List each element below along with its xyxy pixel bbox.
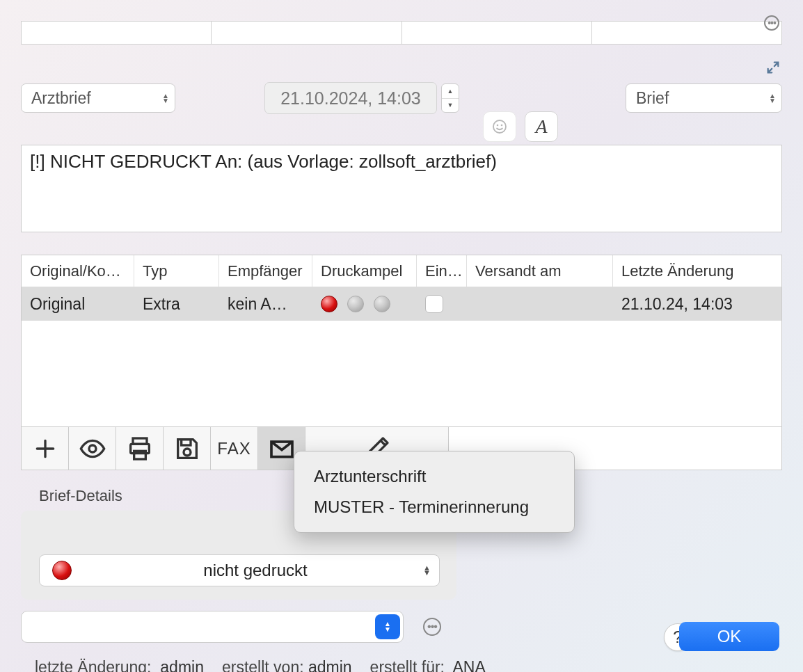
save-button[interactable]	[164, 427, 211, 470]
stepper-down-icon[interactable]: ▼	[442, 99, 459, 113]
combo-field[interactable]: ▲ ▼	[21, 611, 404, 643]
checkbox[interactable]	[425, 295, 443, 313]
emoji-button[interactable]	[483, 111, 516, 142]
print-status-dropdown[interactable]: nicht gedruckt ▲▼	[39, 554, 440, 586]
popup-item-arztunterschrift[interactable]: Arztunterschrift	[294, 461, 574, 492]
brief-value: Brief	[636, 89, 669, 108]
more-options-icon[interactable]: •••	[423, 618, 441, 636]
letzte-aenderung-label: letzte Änderung:	[35, 658, 152, 672]
header-row: Arztbrief ▲▼ 21.10.2024, 14:03 ▲ ▼ A Bri…	[21, 81, 782, 115]
erstellt-von-label: erstellt von:	[222, 658, 304, 672]
erstellt-fuer-label: erstellt für:	[370, 658, 445, 672]
content-text: [!] NICHT GEDRUCKT An: (aus Vorlage: zol…	[30, 151, 497, 172]
top-tab-4[interactable]	[591, 21, 782, 45]
fax-label: FAX	[217, 439, 251, 458]
svg-rect-7	[181, 439, 190, 445]
erstellt-fuer-value: ANA	[453, 658, 486, 672]
svg-point-3	[89, 445, 96, 452]
printer-icon	[126, 435, 154, 463]
status-light-grey-icon	[374, 296, 390, 312]
plus-icon	[31, 435, 59, 463]
recipients-table: Original/Ko… Typ Empfänger Druckampel Ei…	[21, 255, 782, 470]
svg-point-0	[493, 120, 506, 133]
brief-dropdown[interactable]: Brief ▲▼	[626, 83, 782, 113]
erstellt-von-value: admin	[308, 658, 352, 672]
date-stepper[interactable]: ▲ ▼	[441, 83, 459, 113]
col-versandt[interactable]: Versandt am	[467, 255, 613, 287]
status-light-red-icon	[321, 296, 337, 312]
cell-typ: Extra	[134, 287, 219, 321]
more-icon[interactable]: •••	[764, 15, 779, 31]
expand-icon[interactable]	[765, 60, 781, 79]
chevron-updown-icon: ▲▼	[423, 566, 431, 575]
font-style-button[interactable]: A	[525, 111, 558, 142]
chevron-updown-icon: ▲▼	[769, 93, 776, 103]
date-field[interactable]: 21.10.2024, 14:03	[264, 82, 437, 114]
eye-icon	[79, 435, 106, 463]
cell-original: Original	[22, 287, 134, 321]
svg-point-1	[497, 125, 499, 127]
col-druckampel[interactable]: Druckampel	[312, 255, 417, 287]
combo-dropdown-button[interactable]: ▲ ▼	[375, 614, 400, 639]
envelope-icon	[268, 435, 296, 463]
cell-ein	[417, 287, 467, 321]
chevron-down-icon: ▼	[384, 627, 391, 632]
table-empty-area	[22, 321, 781, 426]
svg-point-8	[184, 449, 191, 456]
save-icon	[173, 435, 201, 463]
stepper-up-icon[interactable]: ▲	[442, 84, 459, 99]
font-icon: A	[535, 115, 547, 138]
table-row[interactable]: Original Extra kein A… 21.10.24, 14:03	[22, 287, 781, 321]
chevron-updown-icon: ▲▼	[162, 93, 169, 103]
document-type-dropdown[interactable]: Arztbrief ▲▼	[21, 83, 175, 113]
col-ein[interactable]: Ein…	[417, 255, 467, 287]
col-empfaenger[interactable]: Empfänger	[219, 255, 312, 287]
fax-button[interactable]: FAX	[211, 427, 258, 470]
print-status-value: nicht gedruckt	[72, 561, 439, 580]
svg-point-2	[501, 125, 503, 127]
col-letzte[interactable]: Letzte Änderung	[613, 255, 781, 287]
content-textarea[interactable]: [!] NICHT GEDRUCKT An: (aus Vorlage: zol…	[21, 145, 782, 232]
top-tab-3[interactable]	[402, 21, 591, 45]
cell-empfaenger: kein A…	[219, 287, 312, 321]
document-type-value: Arztbrief	[31, 89, 91, 108]
status-light-red-icon	[52, 561, 72, 580]
ok-button[interactable]: OK	[679, 622, 779, 651]
top-tab-2[interactable]	[211, 21, 401, 45]
col-typ[interactable]: Typ	[134, 255, 219, 287]
print-button[interactable]	[116, 427, 164, 470]
status-light-grey-icon	[347, 296, 364, 312]
cell-druckampel	[312, 287, 417, 321]
metadata-row: letzte Änderung: admin erstellt von: adm…	[35, 658, 782, 672]
smiley-icon	[491, 118, 508, 135]
col-original[interactable]: Original/Ko…	[22, 255, 134, 287]
add-button[interactable]	[22, 427, 69, 470]
top-tab-1[interactable]	[21, 21, 211, 45]
table-header: Original/Ko… Typ Empfänger Druckampel Ei…	[22, 255, 781, 287]
date-value: 21.10.2024, 14:03	[280, 88, 421, 109]
mail-popup-menu: Arztunterschrift MUSTER - Terminerinneru…	[294, 451, 575, 533]
top-tab-bar	[21, 21, 782, 46]
preview-button[interactable]	[69, 427, 116, 470]
cell-versandt	[467, 287, 613, 321]
ok-label: OK	[717, 627, 742, 646]
letzte-aenderung-value: admin	[160, 658, 204, 672]
popup-item-muster[interactable]: MUSTER - Terminerinnerung	[294, 492, 574, 522]
cell-letzte: 21.10.24, 14:03	[613, 287, 781, 321]
